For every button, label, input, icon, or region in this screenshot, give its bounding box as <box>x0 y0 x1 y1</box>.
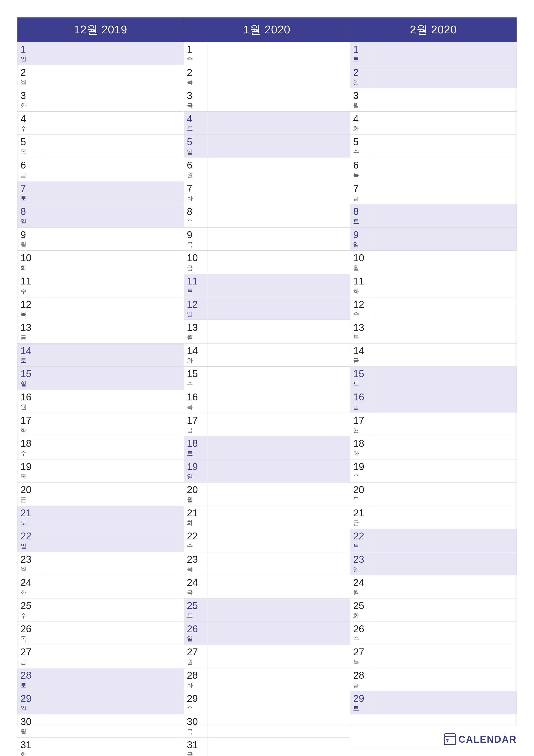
day-content <box>374 482 517 505</box>
day-row: 3금 <box>184 88 350 112</box>
day-number: 23 <box>187 554 205 565</box>
day-number-block: 19목 <box>17 459 41 482</box>
day-number: 27 <box>353 647 371 658</box>
day-number: 20 <box>20 484 38 495</box>
day-content <box>41 297 184 320</box>
day-row: 24월 <box>350 576 517 599</box>
day-number-block: 8토 <box>350 204 374 228</box>
day-number-block: 23일 <box>350 552 374 575</box>
month-column-feb2020: 2월 20201토2일3월4화5수6목7금8토9일10월11화12수13목14금… <box>350 17 517 756</box>
day-row: 2일 <box>350 65 517 89</box>
month-header-jan2020: 1월 2020 <box>184 17 350 42</box>
day-number: 9 <box>187 229 205 240</box>
day-content <box>208 181 350 204</box>
day-number-block: 25수 <box>17 599 41 622</box>
day-row: 9일 <box>350 228 517 251</box>
day-name: 토 <box>187 449 205 458</box>
day-number: 8 <box>353 206 371 217</box>
day-number-block: 13금 <box>17 320 41 343</box>
day-number: 10 <box>187 252 205 263</box>
day-name: 목 <box>20 635 38 643</box>
day-name: 수 <box>353 310 371 318</box>
day-number-block: 19수 <box>350 459 374 482</box>
day-name: 일 <box>353 78 371 86</box>
day-name: 수 <box>187 217 205 226</box>
day-content <box>41 251 184 274</box>
day-content <box>41 112 184 135</box>
day-content <box>374 436 517 459</box>
day-content <box>208 529 350 552</box>
day-row: 30월 <box>17 715 184 738</box>
day-content <box>208 158 350 181</box>
day-number-block: 10월 <box>350 251 374 274</box>
day-content <box>41 576 184 599</box>
day-number-block: 20목 <box>350 482 374 505</box>
day-number: 6 <box>20 160 38 171</box>
day-content <box>208 204 350 228</box>
day-name: 화 <box>20 264 38 272</box>
day-name: 토 <box>187 611 205 620</box>
day-number: 9 <box>20 229 38 240</box>
day-number-block: 16목 <box>184 390 208 413</box>
day-row: 23일 <box>350 552 517 576</box>
day-row: 13월 <box>184 320 350 343</box>
day-name: 월 <box>20 565 38 574</box>
day-name: 화 <box>353 124 371 133</box>
day-row: 14금 <box>350 343 517 367</box>
day-name: 금 <box>353 519 371 527</box>
day-content <box>208 251 350 274</box>
day-number-block: 9목 <box>184 228 208 251</box>
day-number-block: 15일 <box>17 366 41 390</box>
day-number: 3 <box>187 90 205 101</box>
day-number-block: 12수 <box>350 297 374 320</box>
day-content <box>208 482 350 505</box>
day-row: 23월 <box>17 552 184 576</box>
day-number: 17 <box>187 415 205 426</box>
day-number: 26 <box>20 623 38 634</box>
day-name: 수 <box>187 380 205 388</box>
day-row: 5일 <box>184 135 350 158</box>
day-content <box>41 552 184 575</box>
day-number: 1 <box>20 44 38 55</box>
day-number: 2 <box>20 67 38 78</box>
day-row: 20금 <box>17 482 184 506</box>
day-row: 25화 <box>350 599 517 622</box>
day-number-block: 25화 <box>350 599 374 622</box>
day-name: 월 <box>353 588 371 597</box>
day-number: 30 <box>187 716 205 727</box>
day-name: 목 <box>353 334 371 341</box>
day-row: 6목 <box>350 158 517 181</box>
day-name: 화 <box>353 287 371 295</box>
day-number: 22 <box>353 530 371 542</box>
day-name: 월 <box>187 171 205 179</box>
day-content <box>374 320 517 343</box>
day-number-block: 21토 <box>17 506 41 529</box>
day-number-block: 3금 <box>184 88 208 111</box>
day-row: 17금 <box>184 413 350 436</box>
day-number-block: 12일 <box>184 297 208 320</box>
day-number: 12 <box>20 299 38 310</box>
day-name: 토 <box>353 55 371 63</box>
day-number: 26 <box>353 623 371 634</box>
day-number: 20 <box>353 484 371 495</box>
day-content <box>374 158 517 181</box>
day-name: 토 <box>353 704 371 713</box>
day-content <box>374 645 517 668</box>
day-number-block: 15토 <box>350 366 374 390</box>
day-row: 27월 <box>184 645 350 668</box>
day-name: 금 <box>353 681 371 689</box>
day-number-block: 31화 <box>17 738 41 756</box>
day-row: 18화 <box>350 436 517 459</box>
day-number: 5 <box>20 136 38 148</box>
day-number-block: 4화 <box>350 112 374 135</box>
day-number-block: 11토 <box>184 274 208 297</box>
day-name: 금 <box>187 101 205 110</box>
day-row: 17월 <box>350 413 517 436</box>
day-number: 4 <box>20 113 38 124</box>
day-row: 6금 <box>17 158 184 181</box>
day-name: 화 <box>187 681 205 689</box>
day-number: 18 <box>353 438 371 449</box>
day-row: 24금 <box>184 576 350 599</box>
day-number: 7 <box>353 183 371 194</box>
day-number: 21 <box>187 507 205 519</box>
